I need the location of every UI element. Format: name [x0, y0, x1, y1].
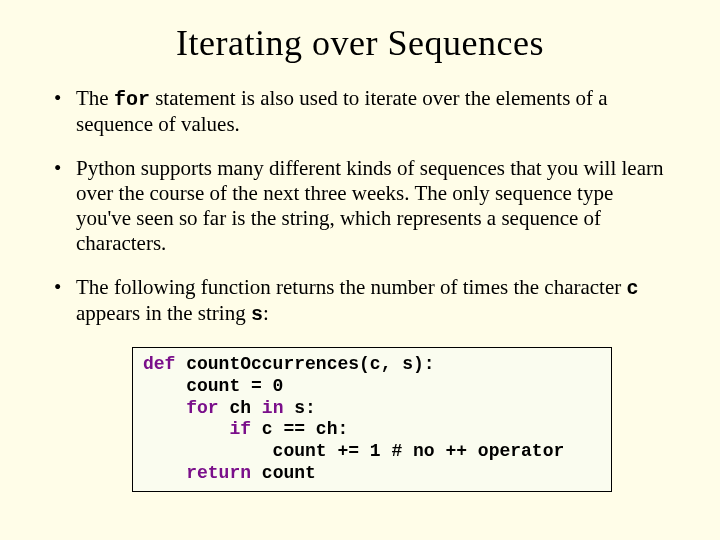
- bullet-3-code-c: c: [626, 277, 638, 300]
- code-l3-end: s:: [283, 398, 315, 418]
- code-l5: count += 1 # no ++ operator: [143, 441, 564, 461]
- kw-def: def: [143, 354, 175, 374]
- bullet-3-text-b: appears in the string: [76, 301, 251, 325]
- slide-title: Iterating over Sequences: [48, 22, 672, 64]
- code-l3-mid: ch: [219, 398, 262, 418]
- code-l4-end: c == ch:: [251, 419, 348, 439]
- kw-for: for: [186, 398, 218, 418]
- code-l6-end: count: [251, 463, 316, 483]
- bullet-3-text-a: The following function returns the numbe…: [76, 275, 626, 299]
- bullet-3-code-s: s: [251, 303, 263, 326]
- bullet-1: The for statement is also used to iterat…: [48, 86, 672, 136]
- kw-return: return: [186, 463, 251, 483]
- code-l6-indent: [143, 463, 186, 483]
- code-l3-indent: [143, 398, 186, 418]
- code-l4-indent: [143, 419, 229, 439]
- code-l2: count = 0: [143, 376, 283, 396]
- slide: Iterating over Sequences The for stateme…: [0, 0, 720, 540]
- bullet-1-text-a: The: [76, 86, 114, 110]
- kw-if: if: [229, 419, 251, 439]
- kw-in: in: [262, 398, 284, 418]
- bullet-list: The for statement is also used to iterat…: [48, 86, 672, 327]
- bullet-2: Python supports many different kinds of …: [48, 156, 672, 255]
- bullet-3: The following function returns the numbe…: [48, 275, 672, 326]
- bullet-3-text-c: :: [263, 301, 269, 325]
- bullet-1-text-b: statement is also used to iterate over t…: [76, 86, 608, 136]
- bullet-1-code-for: for: [114, 88, 150, 111]
- code-l1-rest: countOccurrences(c, s):: [175, 354, 434, 374]
- bullet-2-text: Python supports many different kinds of …: [76, 156, 664, 254]
- code-block: def countOccurrences(c, s): count = 0 fo…: [132, 347, 612, 493]
